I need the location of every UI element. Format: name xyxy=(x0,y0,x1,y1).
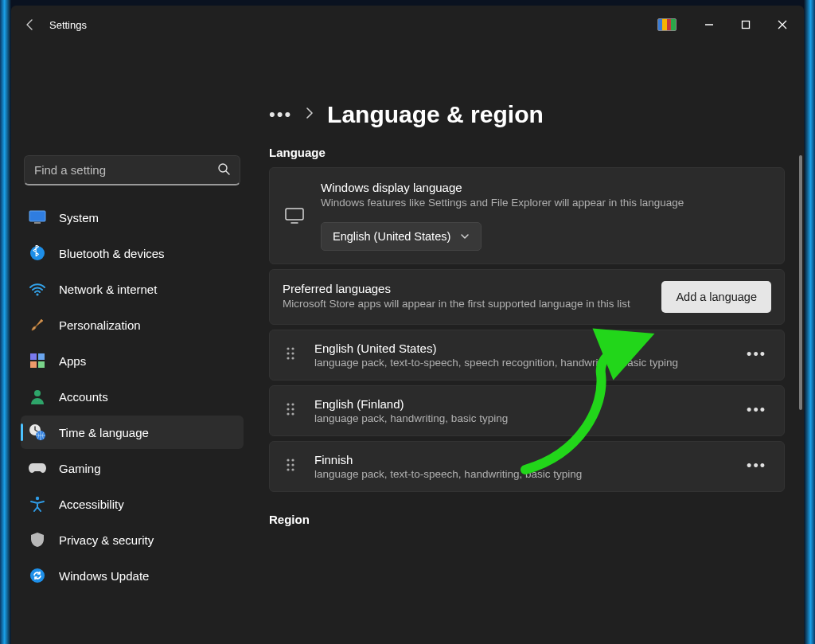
display-language-title: Windows display language xyxy=(321,181,770,194)
drag-handle-icon[interactable] xyxy=(283,346,298,364)
search-input-wrap[interactable] xyxy=(24,155,240,185)
display-language-selected: English (United States) xyxy=(333,230,450,243)
app-title: Settings xyxy=(49,19,87,31)
svg-rect-0 xyxy=(743,21,750,29)
back-button[interactable] xyxy=(14,9,46,41)
sidebar-item-windows-update[interactable]: Windows Update xyxy=(21,559,244,592)
sidebar-item-label: Privacy & security xyxy=(59,533,154,547)
language-name: English (Finland) xyxy=(314,397,726,411)
brush-icon xyxy=(29,316,46,334)
drag-handle-icon[interactable] xyxy=(283,402,298,420)
sidebar-item-label: Time & language xyxy=(59,426,149,439)
clock-globe-icon xyxy=(29,423,46,441)
svg-rect-3 xyxy=(34,222,41,224)
svg-point-19 xyxy=(291,352,294,354)
language-detail: language pack, text-to-speech, speech re… xyxy=(314,357,726,369)
svg-point-28 xyxy=(287,459,289,461)
svg-point-27 xyxy=(291,412,294,415)
sidebar-item-label: Accounts xyxy=(59,390,108,404)
display-icon xyxy=(29,209,46,226)
monitor-icon xyxy=(284,181,305,224)
sidebar-item-label: Apps xyxy=(59,354,86,368)
sidebar: System Bluetooth & devices Network & int… xyxy=(11,44,250,644)
maximize-button[interactable] xyxy=(727,12,764,37)
drag-handle-icon[interactable] xyxy=(283,458,298,475)
more-button[interactable]: ••• xyxy=(742,343,771,366)
breadcrumb-more-icon[interactable]: ••• xyxy=(269,104,292,125)
display-language-dropdown[interactable]: English (United States) xyxy=(321,222,482,251)
breadcrumb: ••• Language & region xyxy=(269,101,785,128)
preferred-languages-title: Preferred languages xyxy=(283,282,647,295)
svg-point-5 xyxy=(36,293,38,295)
svg-point-33 xyxy=(291,468,294,470)
sidebar-item-system[interactable]: System xyxy=(21,201,244,234)
svg-point-31 xyxy=(291,463,294,466)
language-detail: language pack, handwriting, basic typing xyxy=(314,412,726,424)
svg-point-18 xyxy=(287,352,289,354)
language-item[interactable]: English (Finland) language pack, handwri… xyxy=(269,385,785,436)
svg-point-30 xyxy=(287,463,289,466)
sidebar-item-privacy[interactable]: Privacy & security xyxy=(21,523,244,556)
main-content: ••• Language & region Language Windows xyxy=(250,44,804,644)
apps-icon xyxy=(29,352,46,369)
close-button[interactable] xyxy=(764,12,801,37)
svg-rect-9 xyxy=(38,361,45,368)
more-button[interactable]: ••• xyxy=(742,455,771,478)
svg-point-17 xyxy=(291,347,294,349)
svg-rect-2 xyxy=(29,211,45,221)
svg-point-14 xyxy=(30,568,45,583)
section-label-region: Region xyxy=(269,513,785,526)
sidebar-item-time-language[interactable]: Time & language xyxy=(21,416,244,449)
sidebar-item-accounts[interactable]: Accounts xyxy=(21,380,244,413)
sidebar-item-bluetooth[interactable]: Bluetooth & devices xyxy=(21,236,244,270)
card-preferred-languages: Preferred languages Microsoft Store apps… xyxy=(269,269,785,325)
sidebar-item-label: Accessibility xyxy=(59,498,124,511)
sidebar-item-gaming[interactable]: Gaming xyxy=(21,451,244,485)
svg-point-25 xyxy=(291,408,294,410)
update-icon xyxy=(29,567,46,584)
language-detail: language pack, text-to-speech, handwriti… xyxy=(314,468,726,480)
wifi-icon xyxy=(29,280,46,298)
person-icon xyxy=(29,388,46,405)
svg-point-22 xyxy=(287,403,289,405)
svg-point-29 xyxy=(291,459,294,461)
card-display-language: Windows display language Windows feature… xyxy=(269,167,785,264)
add-language-button[interactable]: Add a language xyxy=(661,281,771,313)
svg-point-23 xyxy=(291,403,294,405)
language-item[interactable]: English (United States) language pack, t… xyxy=(269,330,785,381)
overlay-indicator-icon xyxy=(657,18,677,31)
scrollbar-thumb[interactable] xyxy=(799,155,802,410)
svg-rect-8 xyxy=(30,361,37,368)
accessibility-icon xyxy=(29,495,46,513)
shield-icon xyxy=(29,531,46,548)
language-name: Finnish xyxy=(314,453,726,466)
more-button[interactable]: ••• xyxy=(742,399,771,422)
svg-point-10 xyxy=(34,390,41,396)
sidebar-item-network[interactable]: Network & internet xyxy=(21,272,244,306)
sidebar-item-accessibility[interactable]: Accessibility xyxy=(21,487,244,521)
bluetooth-icon xyxy=(29,244,46,262)
sidebar-item-apps[interactable]: Apps xyxy=(21,344,244,377)
sidebar-item-personalization[interactable]: Personalization xyxy=(21,308,244,342)
svg-point-26 xyxy=(287,412,289,415)
search-icon xyxy=(217,162,230,178)
svg-rect-15 xyxy=(286,209,303,220)
wallpaper-glow-left xyxy=(0,0,11,644)
scrollbar[interactable] xyxy=(799,155,802,644)
svg-rect-7 xyxy=(38,353,45,360)
sidebar-item-label: Gaming xyxy=(59,462,101,475)
svg-point-1 xyxy=(219,164,227,172)
search-input[interactable] xyxy=(34,163,217,177)
sidebar-item-label: Network & internet xyxy=(59,283,157,296)
minimize-button[interactable] xyxy=(691,12,727,37)
titlebar: Settings xyxy=(11,6,804,44)
display-language-subtitle: Windows features like Settings and File … xyxy=(321,196,770,211)
language-item[interactable]: Finnish language pack, text-to-speech, h… xyxy=(269,441,785,492)
sidebar-item-label: Personalization xyxy=(59,318,141,332)
page-title: Language & region xyxy=(327,101,544,128)
svg-point-32 xyxy=(287,468,289,470)
sidebar-item-label: System xyxy=(59,211,99,224)
sidebar-item-label: Windows Update xyxy=(59,569,149,583)
chevron-down-icon xyxy=(460,230,470,243)
svg-point-21 xyxy=(291,357,294,359)
